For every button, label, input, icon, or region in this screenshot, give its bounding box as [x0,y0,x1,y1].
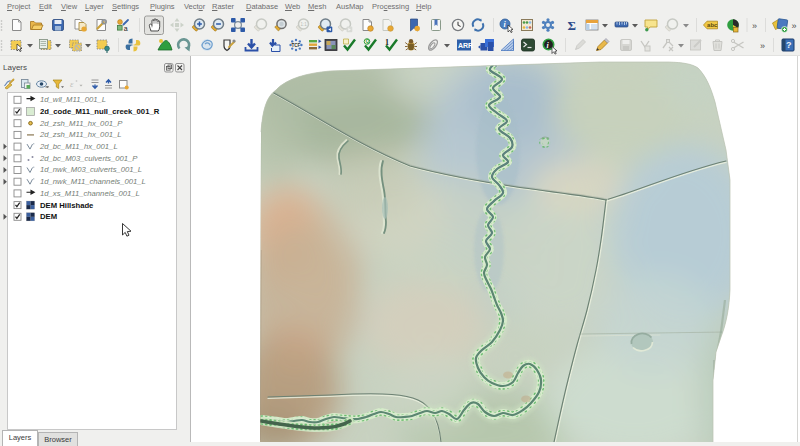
svg-text:ARR: ARR [458,42,473,49]
svg-text:Q: Q [366,38,370,44]
svg-text:?: ? [786,40,792,50]
svg-text:abc: abc [707,22,718,28]
svg-text:»: » [760,41,765,51]
svg-text:»: » [792,21,797,31]
svg-text:1:1: 1:1 [301,22,308,27]
svg-text:»: » [752,21,757,31]
svg-text:TCF: TCF [291,43,300,48]
svg-text:ε: ε [70,79,74,89]
svg-text:a: a [124,25,128,32]
svg-text:Σ: Σ [568,18,577,33]
